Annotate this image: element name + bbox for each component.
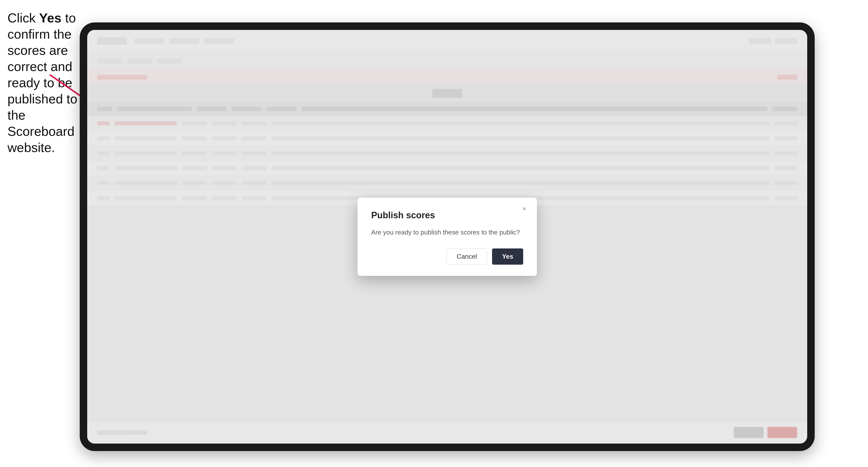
modal-actions: Cancel Yes — [371, 248, 523, 264]
modal-close-button[interactable]: × — [520, 204, 529, 214]
yes-button[interactable]: Yes — [492, 248, 523, 264]
modal-title: Publish scores — [371, 210, 523, 221]
instruction-suffix: to confirm the scores are correct and re… — [7, 11, 77, 155]
modal-backdrop: Publish scores × Are you ready to publis… — [87, 30, 807, 443]
modal-body: Are you ready to publish these scores to… — [371, 227, 523, 237]
publish-scores-modal: Publish scores × Are you ready to publis… — [358, 197, 537, 276]
instruction-prefix: Click — [7, 11, 39, 25]
instruction-bold: Yes — [39, 11, 62, 25]
cancel-button[interactable]: Cancel — [446, 248, 487, 264]
tablet-screen: Publish scores × Are you ready to publis… — [87, 30, 807, 443]
tablet-device: Publish scores × Are you ready to publis… — [80, 23, 815, 451]
instruction-text: Click Yes to confirm the scores are corr… — [7, 10, 80, 156]
